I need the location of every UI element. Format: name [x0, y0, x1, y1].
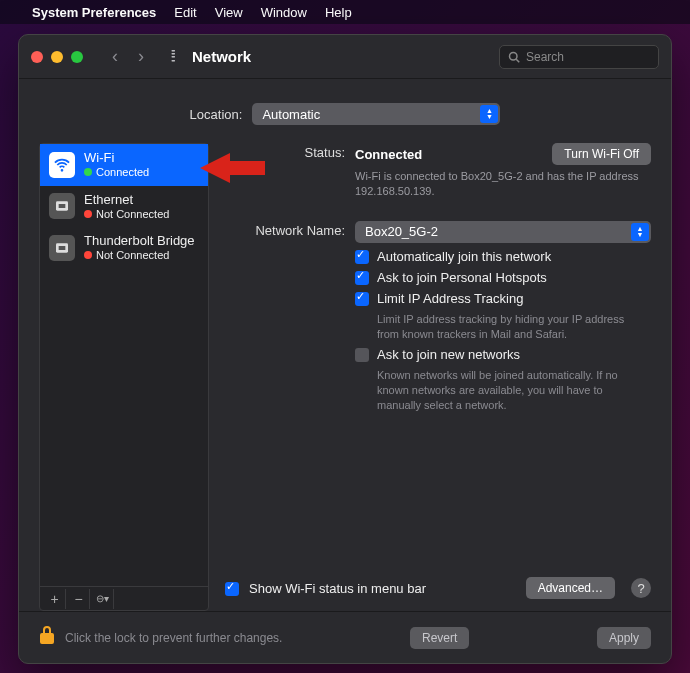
search-field[interactable]: Search — [499, 45, 659, 69]
limit-ip-label: Limit IP Address Tracking — [377, 291, 523, 306]
window-footer: Click the lock to prevent further change… — [19, 611, 671, 663]
detail-pane: Status: Connected Turn Wi-Fi Off Wi-Fi i… — [225, 143, 651, 611]
popup-arrows-icon: ▲▼ — [631, 223, 649, 241]
show-all-button[interactable]: ⦙⦙⦙ — [171, 48, 174, 65]
svg-point-0 — [510, 52, 518, 60]
zoom-button[interactable] — [71, 51, 83, 63]
add-interface-button[interactable]: + — [44, 589, 66, 609]
menu-edit[interactable]: Edit — [174, 5, 196, 20]
menu-view[interactable]: View — [215, 5, 243, 20]
interface-name: Ethernet — [84, 193, 169, 208]
wifi-icon — [49, 152, 75, 178]
remove-interface-button[interactable]: − — [68, 589, 90, 609]
apply-button[interactable]: Apply — [597, 627, 651, 649]
status-dot-icon — [84, 168, 92, 176]
location-label: Location: — [190, 107, 243, 122]
network-name-popup[interactable]: Box20_5G-2 ▲▼ — [355, 221, 651, 243]
sidebar-footer: + − ⊖▾ — [40, 586, 208, 610]
interface-status: Not Connected — [96, 208, 169, 221]
forward-button[interactable]: › — [129, 46, 153, 68]
status-description: Wi-Fi is connected to Box20_5G-2 and has… — [355, 169, 651, 199]
sidebar-item-thunderbolt[interactable]: Thunderbolt Bridge Not Connected — [40, 227, 208, 269]
minimize-button[interactable] — [51, 51, 63, 63]
show-status-label: Show Wi-Fi status in menu bar — [249, 581, 426, 596]
thunderbolt-icon — [49, 235, 75, 261]
network-name-value: Box20_5G-2 — [365, 224, 438, 239]
location-popup[interactable]: Automatic ▲▼ — [252, 103, 500, 125]
limit-ip-description: Limit IP address tracking by hiding your… — [377, 312, 647, 342]
menu-help[interactable]: Help — [325, 5, 352, 20]
sidebar-item-wifi[interactable]: Wi-Fi Connected — [40, 144, 208, 186]
svg-rect-5 — [59, 246, 66, 250]
window-title: Network — [192, 48, 251, 65]
menubar: System Preferences Edit View Window Help — [0, 0, 690, 24]
help-button[interactable]: ? — [631, 578, 651, 598]
status-dot-icon — [84, 251, 92, 259]
search-placeholder: Search — [526, 50, 564, 64]
personal-hotspot-checkbox[interactable] — [355, 271, 369, 285]
ask-join-description: Known networks will be joined automatica… — [377, 368, 647, 413]
close-button[interactable] — [31, 51, 43, 63]
ask-join-label: Ask to join new networks — [377, 347, 520, 362]
menu-window[interactable]: Window — [261, 5, 307, 20]
ethernet-icon — [49, 193, 75, 219]
personal-hotspot-label: Ask to join Personal Hotspots — [377, 270, 547, 285]
interfaces-sidebar: Wi-Fi Connected Ethernet Not Connected — [39, 143, 209, 611]
interface-name: Wi-Fi — [84, 151, 149, 166]
sidebar-item-ethernet[interactable]: Ethernet Not Connected — [40, 186, 208, 228]
advanced-button[interactable]: Advanced… — [526, 577, 615, 599]
wifi-toggle-button[interactable]: Turn Wi-Fi Off — [552, 143, 651, 165]
status-value: Connected — [355, 147, 422, 162]
back-button[interactable]: ‹ — [103, 46, 127, 68]
auto-join-label: Automatically join this network — [377, 249, 551, 264]
auto-join-checkbox[interactable] — [355, 250, 369, 264]
status-dot-icon — [84, 210, 92, 218]
lock-text: Click the lock to prevent further change… — [65, 631, 282, 645]
window-controls — [31, 51, 83, 63]
svg-line-1 — [516, 59, 519, 62]
limit-ip-checkbox[interactable] — [355, 292, 369, 306]
network-name-label: Network Name: — [225, 221, 345, 419]
show-status-checkbox[interactable] — [225, 582, 239, 596]
toolbar: ‹ › ⦙⦙⦙ Network Search — [19, 35, 671, 79]
svg-rect-3 — [59, 204, 66, 208]
interface-status: Connected — [96, 166, 149, 179]
location-value: Automatic — [262, 107, 320, 122]
ask-join-checkbox[interactable] — [355, 348, 369, 362]
interface-status: Not Connected — [96, 249, 169, 262]
interface-name: Thunderbolt Bridge — [84, 234, 195, 249]
status-label: Status: — [225, 143, 345, 199]
prefs-window: ‹ › ⦙⦙⦙ Network Search Location: Automat… — [18, 34, 672, 664]
app-menu[interactable]: System Preferences — [32, 5, 156, 20]
search-icon — [508, 51, 520, 63]
lock-icon[interactable] — [39, 625, 55, 650]
revert-button[interactable]: Revert — [410, 627, 469, 649]
popup-arrows-icon: ▲▼ — [480, 105, 498, 123]
location-row: Location: Automatic ▲▼ — [39, 103, 651, 125]
interface-actions-menu[interactable]: ⊖▾ — [92, 589, 114, 609]
